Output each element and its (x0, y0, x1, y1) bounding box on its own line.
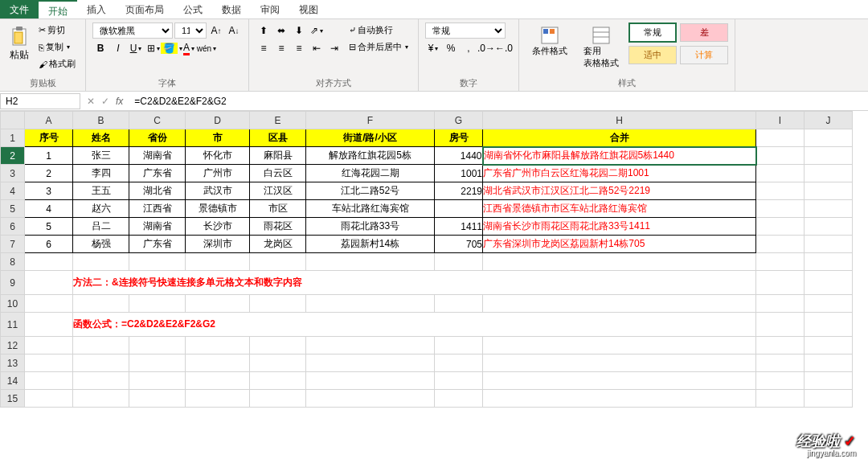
style-good[interactable]: 适中 (628, 46, 677, 64)
cell[interactable] (73, 295, 129, 313)
cell[interactable]: 2219 (435, 182, 483, 200)
cell[interactable] (435, 372, 483, 390)
cell[interactable]: 广东省广州市白云区红海花园二期1001 (483, 165, 756, 182)
cell[interactable] (129, 390, 186, 408)
cell[interactable]: 麻阳县 (250, 147, 306, 165)
percent-button[interactable]: % (443, 40, 459, 56)
note-formula[interactable]: 函数公式：=C2&D2&E2&F2&G2 (73, 313, 756, 337)
row-header-15[interactable]: 15 (1, 390, 25, 408)
row-header-4[interactable]: 4 (1, 182, 25, 200)
cell[interactable]: 江西省景德镇市市区车站北路红海宾馆 (483, 200, 756, 218)
cell[interactable] (805, 313, 853, 337)
decrease-font-button[interactable]: A↓ (226, 23, 242, 39)
cell[interactable] (25, 372, 73, 390)
cell[interactable] (483, 337, 756, 354)
align-top-button[interactable]: ⬆ (256, 23, 272, 39)
cell[interactable]: 湖北省 (129, 182, 186, 200)
tab-review[interactable]: 审阅 (251, 0, 289, 18)
cell[interactable]: 白云区 (250, 165, 306, 182)
style-calc[interactable]: 计算 (680, 46, 728, 64)
cell[interactable] (73, 253, 129, 271)
row-header-3[interactable]: 3 (1, 165, 25, 182)
cell[interactable] (25, 337, 73, 354)
cell[interactable]: 广东省 (129, 165, 186, 182)
col-header-H[interactable]: H (483, 112, 756, 129)
cell[interactable]: 1001 (435, 165, 483, 182)
tab-insert[interactable]: 插入 (77, 0, 116, 18)
col-header-I[interactable]: I (756, 112, 805, 129)
cell[interactable]: 江汉区 (250, 182, 306, 200)
cell[interactable]: 雨花北路33号 (306, 218, 435, 236)
cell[interactable]: 5 (25, 218, 73, 236)
row-header-14[interactable]: 14 (1, 372, 25, 390)
note-method[interactable]: 方法二：&连接符号快速连接多单元格文本和数字内容 (73, 271, 756, 295)
cell[interactable] (129, 337, 186, 354)
cell[interactable] (25, 354, 73, 372)
header-city[interactable]: 市 (186, 129, 250, 147)
cell[interactable] (805, 236, 853, 253)
header-street[interactable]: 街道/路/小区 (306, 129, 435, 147)
cell[interactable] (186, 372, 250, 390)
cell[interactable] (805, 182, 853, 200)
cell[interactable]: 2 (25, 165, 73, 182)
row-header-6[interactable]: 6 (1, 218, 25, 236)
header-seq[interactable]: 序号 (25, 129, 73, 147)
row-header-5[interactable]: 5 (1, 200, 25, 218)
conditional-format-button[interactable]: 条件格式 (526, 23, 574, 76)
cell[interactable]: 车站北路红海宾馆 (306, 200, 435, 218)
cell[interactable] (306, 253, 435, 271)
cell[interactable]: 怀化市 (186, 147, 250, 165)
cell[interactable] (805, 147, 853, 165)
cell[interactable] (250, 390, 306, 408)
cell[interactable]: 4 (25, 200, 73, 218)
cell[interactable] (250, 354, 306, 372)
format-painter-button[interactable]: 🖌格式刷 (35, 56, 79, 72)
cell[interactable] (483, 372, 756, 390)
cell[interactable]: 市区 (250, 200, 306, 218)
cell[interactable] (805, 354, 853, 372)
cell[interactable]: 张三 (73, 147, 129, 165)
cell[interactable]: 广东省 (129, 236, 186, 253)
row-header-7[interactable]: 7 (1, 236, 25, 253)
cancel-formula-icon[interactable]: ✕ (87, 96, 95, 107)
tab-home[interactable]: 开始 (39, 0, 77, 18)
paste-button[interactable]: 粘贴 (6, 23, 32, 76)
tab-data[interactable]: 数据 (212, 0, 251, 18)
cell[interactable]: 湖南省 (129, 147, 186, 165)
cell[interactable]: 6 (25, 236, 73, 253)
name-box[interactable] (0, 93, 80, 109)
cell[interactable] (756, 295, 805, 313)
cell[interactable] (435, 253, 483, 271)
cell[interactable] (73, 337, 129, 354)
cell[interactable] (805, 337, 853, 354)
cell[interactable] (756, 390, 805, 408)
currency-button[interactable]: ¥▾ (425, 40, 441, 56)
cell[interactable] (435, 390, 483, 408)
cell[interactable] (756, 182, 805, 200)
cell[interactable] (129, 253, 186, 271)
cell[interactable] (805, 165, 853, 182)
cell[interactable] (25, 313, 73, 337)
font-size-select[interactable]: 11 (174, 23, 207, 39)
font-name-select[interactable]: 微软雅黑 (92, 23, 173, 39)
align-center-button[interactable]: ≡ (273, 40, 289, 56)
cell[interactable]: 吕二 (73, 218, 129, 236)
select-all-corner[interactable] (1, 112, 25, 129)
cell[interactable] (73, 390, 129, 408)
cell[interactable] (25, 390, 73, 408)
cell[interactable] (483, 390, 756, 408)
cell[interactable] (129, 295, 186, 313)
cell[interactable]: 湖南省 (129, 218, 186, 236)
indent-decrease-button[interactable]: ⇤ (309, 40, 325, 56)
cell[interactable] (129, 354, 186, 372)
cell[interactable]: 深圳市 (186, 236, 250, 253)
comma-button[interactable]: , (461, 40, 477, 56)
cell[interactable] (250, 253, 306, 271)
cell[interactable] (186, 390, 250, 408)
cell[interactable] (25, 295, 73, 313)
cell[interactable] (306, 295, 435, 313)
cell[interactable]: 红海花园二期 (306, 165, 435, 182)
row-header-11[interactable]: 11 (1, 313, 25, 337)
merge-center-button[interactable]: ⊟合并后居中▾ (346, 39, 411, 55)
cell[interactable] (186, 354, 250, 372)
